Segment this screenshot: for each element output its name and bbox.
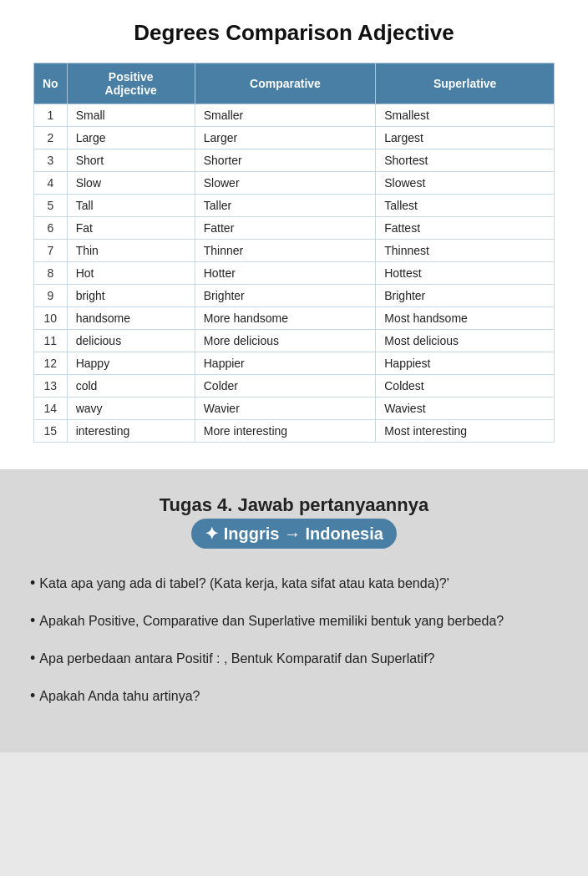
cell-comparative: Happier: [195, 352, 376, 375]
cell-comparative: Smaller: [195, 104, 376, 127]
cell-comparative: Taller: [195, 195, 376, 217]
questions-list: Kata apa yang ada di tabel? (Kata kerja,…: [27, 572, 561, 707]
question-item: Apakah Positive, Comparative dan Superla…: [27, 610, 561, 632]
cell-positive: Fat: [67, 217, 195, 240]
cell-comparative: Brighter: [195, 285, 376, 307]
cell-positive: Large: [67, 127, 195, 149]
col-header-no: No: [34, 63, 68, 104]
cell-superlative: Waviest: [376, 397, 555, 420]
task-title-line1: Tugas 4. Jawab pertanyaannya: [160, 494, 428, 515]
cell-superlative: Hottest: [376, 262, 555, 285]
cell-positive: cold: [67, 375, 195, 397]
cell-no: 7: [34, 240, 68, 262]
cell-no: 13: [34, 375, 68, 397]
cell-comparative: Colder: [195, 375, 376, 397]
question-item: Kata apa yang ada di tabel? (Kata kerja,…: [27, 572, 561, 595]
cell-comparative: Wavier: [195, 397, 376, 420]
table-row: 5 Tall Taller Tallest: [34, 195, 555, 217]
cell-superlative: Smallest: [376, 104, 555, 127]
cell-positive: Hot: [67, 262, 195, 285]
cell-positive: Short: [67, 149, 195, 172]
cell-positive: Happy: [67, 352, 195, 375]
adjective-table: No PositiveAdjective Comparative Superla…: [33, 63, 555, 443]
cell-no: 6: [34, 217, 68, 240]
cell-superlative: Thinnest: [376, 240, 555, 262]
cell-no: 10: [34, 307, 68, 330]
table-row: 4 Slow Slower Slowest: [34, 172, 555, 195]
task-title: Tugas 4. Jawab pertanyaannya ✦ Inggris →…: [27, 493, 561, 549]
cell-positive: interesting: [67, 420, 195, 443]
cell-comparative: Thinner: [195, 240, 376, 262]
question-item: Apa perbedaan antara Positif : , Bentuk …: [27, 647, 561, 670]
cell-comparative: Larger: [195, 127, 376, 149]
cell-positive: Thin: [67, 240, 195, 262]
cell-positive: Tall: [67, 195, 195, 217]
cell-superlative: Most interesting: [376, 420, 555, 443]
task-title-highlight: ✦ Inggris → Indonesia: [191, 519, 397, 549]
col-header-comparative: Comparative: [195, 63, 376, 104]
col-header-positive: PositiveAdjective: [67, 63, 195, 104]
cell-comparative: Hotter: [195, 262, 376, 285]
cell-comparative: Shorter: [195, 149, 376, 172]
cell-positive: Slow: [67, 172, 195, 195]
cell-no: 8: [34, 262, 68, 285]
cell-superlative: Shortest: [376, 149, 555, 172]
table-row: 9 bright Brighter Brighter: [34, 285, 555, 307]
table-header-row: No PositiveAdjective Comparative Superla…: [34, 63, 555, 104]
cell-no: 14: [34, 397, 68, 420]
cell-no: 2: [34, 127, 68, 149]
table-row: 3 Short Shorter Shortest: [34, 149, 555, 172]
table-row: 1 Small Smaller Smallest: [34, 104, 555, 127]
cell-superlative: Slowest: [376, 172, 555, 195]
question-item: Apakah Anda tahu artinya?: [27, 685, 561, 707]
cell-positive: delicious: [67, 330, 195, 352]
table-row: 6 Fat Fatter Fattest: [34, 217, 555, 240]
cell-positive: Small: [67, 104, 195, 127]
cell-no: 11: [34, 330, 68, 352]
cell-no: 12: [34, 352, 68, 375]
cell-superlative: Most handsome: [376, 307, 555, 330]
cell-no: 15: [34, 420, 68, 443]
cell-no: 4: [34, 172, 68, 195]
cell-no: 3: [34, 149, 68, 172]
bottom-section: Tugas 4. Jawab pertanyaannya ✦ Inggris →…: [0, 469, 588, 752]
table-row: 14 wavy Wavier Waviest: [34, 397, 555, 420]
cell-superlative: Fattest: [376, 217, 555, 240]
cell-no: 9: [34, 285, 68, 307]
table-row: 11 delicious More delicious Most delicio…: [34, 330, 555, 352]
cell-comparative: Fatter: [195, 217, 376, 240]
cell-superlative: Coldest: [376, 375, 555, 397]
page-title: Degrees Comparison Adjective: [33, 20, 555, 46]
table-row: 10 handsome More handsome Most handsome: [34, 307, 555, 330]
cell-superlative: Largest: [376, 127, 555, 149]
cell-no: 5: [34, 195, 68, 217]
cell-comparative: More interesting: [195, 420, 376, 443]
cell-comparative: More handsome: [195, 307, 376, 330]
table-row: 15 interesting More interesting Most int…: [34, 420, 555, 443]
cell-comparative: Slower: [195, 172, 376, 195]
cell-superlative: Most delicious: [376, 330, 555, 352]
cell-superlative: Happiest: [376, 352, 555, 375]
table-row: 8 Hot Hotter Hottest: [34, 262, 555, 285]
cell-superlative: Tallest: [376, 195, 555, 217]
cell-superlative: Brighter: [376, 285, 555, 307]
table-row: 13 cold Colder Coldest: [34, 375, 555, 397]
cell-comparative: More delicious: [195, 330, 376, 352]
table-row: 12 Happy Happier Happiest: [34, 352, 555, 375]
cell-positive: wavy: [67, 397, 195, 420]
cell-no: 1: [34, 104, 68, 127]
col-header-superlative: Superlative: [376, 63, 555, 104]
cell-positive: bright: [67, 285, 195, 307]
table-row: 7 Thin Thinner Thinnest: [34, 240, 555, 262]
cell-positive: handsome: [67, 307, 195, 330]
top-section: Degrees Comparison Adjective No Positive…: [0, 0, 588, 469]
table-row: 2 Large Larger Largest: [34, 127, 555, 149]
